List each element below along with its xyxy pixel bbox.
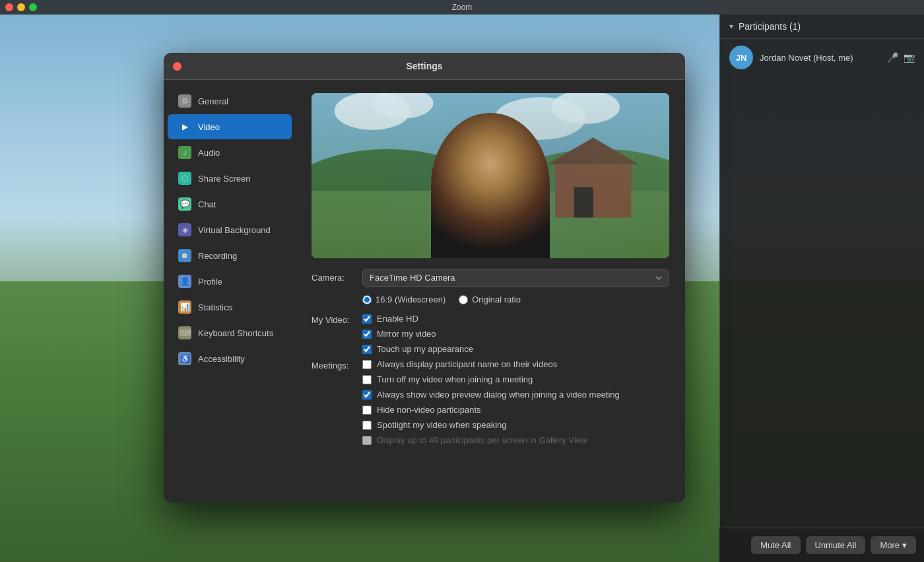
- ratio-row: 16:9 (Widescreen) Original ratio: [312, 295, 669, 304]
- settings-sidebar: ⚙ General ▶ Video ♪ Audio ⬡ Share Screen…: [164, 80, 296, 503]
- traffic-lights: [5, 3, 37, 11]
- video-preview-checkbox[interactable]: [362, 390, 372, 400]
- svg-rect-10: [574, 187, 593, 217]
- sidebar-item-general[interactable]: ⚙ General: [168, 88, 292, 114]
- sidebar-item-accessibility[interactable]: ♿ Accessibility: [168, 346, 292, 371]
- unmute-all-button[interactable]: Unmute All: [806, 536, 866, 554]
- sidebar-label-profile: Profile: [198, 277, 222, 287]
- spotlight-video-row[interactable]: Spotlight my video when speaking: [362, 420, 620, 430]
- turn-off-video-checkbox[interactable]: [362, 375, 372, 384]
- settings-close-button[interactable]: [173, 62, 182, 71]
- ratio-widescreen-label: 16:9 (Widescreen): [376, 295, 446, 304]
- sidebar-item-video[interactable]: ▶ Video: [168, 114, 292, 139]
- enable-hd-checkbox[interactable]: [362, 314, 372, 324]
- sidebar-item-audio[interactable]: ♪ Audio: [168, 140, 292, 165]
- sidebar-label-chat: Chat: [198, 199, 216, 209]
- audio-icon: ♪: [178, 146, 191, 159]
- avatar: JN: [729, 46, 753, 69]
- meetings-section: Meetings: Always display participant nam…: [312, 359, 669, 445]
- general-icon: ⚙: [178, 94, 191, 108]
- sidebar-item-virtual-background[interactable]: ◈ Virtual Background: [168, 217, 292, 242]
- video-preview-label: Always show video preview dialog when jo…: [377, 390, 620, 400]
- sidebar-label-recording: Recording: [198, 251, 237, 261]
- share-screen-icon: ⬡: [178, 172, 191, 185]
- ratio-original-radio[interactable]: [459, 295, 468, 304]
- sidebar-item-chat[interactable]: 💬 Chat: [168, 192, 292, 217]
- sidebar-label-accessibility: Accessibility: [198, 354, 245, 364]
- sidebar-label-video: Video: [198, 122, 220, 132]
- display-name-row[interactable]: Always display participant name on their…: [362, 359, 620, 369]
- bottom-toolbar: Mute All Unmute All More ▾: [719, 528, 924, 562]
- sidebar-label-general: General: [198, 96, 228, 106]
- person-silhouette: [431, 113, 550, 258]
- mirror-video-checkbox[interactable]: [362, 330, 372, 339]
- sidebar-label-share-screen: Share Screen: [198, 174, 251, 184]
- participants-title: Participants (1): [739, 21, 801, 32]
- spotlight-video-checkbox[interactable]: [362, 421, 372, 430]
- sidebar-label-audio: Audio: [198, 148, 220, 158]
- video-icon: 📷: [904, 52, 915, 63]
- keyboard-shortcuts-icon: ⌨: [178, 326, 191, 339]
- turn-off-video-label: Turn off my video when joining a meeting: [377, 374, 533, 384]
- hide-non-video-checkbox[interactable]: [362, 405, 372, 415]
- sidebar-label-virtual-background: Virtual Background: [198, 225, 271, 235]
- touch-up-checkbox[interactable]: [362, 345, 372, 354]
- sidebar-item-statistics[interactable]: 📊 Statistics: [168, 295, 292, 320]
- sidebar-item-recording[interactable]: ⏺ Recording: [168, 243, 292, 268]
- enable-hd-row[interactable]: Enable HD: [362, 314, 473, 324]
- maximize-traffic-light[interactable]: [29, 3, 37, 11]
- participants-panel: ▾ Participants (1) JN Jordan Novet (Host…: [719, 15, 924, 562]
- virtual-background-icon: ◈: [178, 223, 191, 236]
- participants-header: ▾ Participants (1): [720, 15, 924, 39]
- participant-name: Jordan Novet (Host, me): [760, 53, 880, 63]
- sidebar-item-profile[interactable]: 👤 Profile: [168, 269, 292, 294]
- sidebar-label-keyboard-shortcuts: Keyboard Shortcuts: [198, 328, 273, 338]
- mirror-video-row[interactable]: Mirror my video: [362, 329, 473, 339]
- sidebar-item-share-screen[interactable]: ⬡ Share Screen: [168, 166, 292, 191]
- display-name-checkbox[interactable]: [362, 360, 372, 369]
- participant-item: JN Jordan Novet (Host, me) 🎤 📷: [720, 39, 924, 76]
- chevron-down-icon: ▾: [902, 540, 907, 550]
- sidebar-item-keyboard-shortcuts[interactable]: ⌨ Keyboard Shortcuts: [168, 320, 292, 345]
- statistics-icon: 📊: [178, 300, 191, 314]
- recording-icon: ⏺: [178, 249, 191, 262]
- touch-up-row[interactable]: Touch up my appearance: [362, 344, 473, 354]
- meetings-label: Meetings:: [312, 359, 354, 370]
- accessibility-icon: ♿: [178, 352, 191, 365]
- minimize-traffic-light[interactable]: [17, 3, 25, 11]
- gallery-view-checkbox[interactable]: [362, 436, 372, 445]
- mic-icon: 🎤: [887, 52, 898, 63]
- enable-hd-label: Enable HD: [377, 314, 418, 324]
- meetings-checkboxes: Always display participant name on their…: [362, 359, 620, 445]
- gallery-view-label: Display up to 49 participants per screen…: [377, 435, 587, 445]
- ratio-original-label: Original ratio: [472, 295, 521, 304]
- spotlight-video-label: Spotlight my video when speaking: [377, 420, 507, 430]
- participant-icons: 🎤 📷: [887, 52, 915, 63]
- sidebar-label-statistics: Statistics: [198, 302, 232, 312]
- camera-select[interactable]: FaceTime HD Camera: [362, 269, 669, 287]
- my-video-checkboxes: Enable HD Mirror my video Touch up my ap…: [362, 314, 473, 354]
- more-button[interactable]: More ▾: [871, 536, 916, 554]
- settings-body: ⚙ General ▶ Video ♪ Audio ⬡ Share Screen…: [164, 80, 685, 503]
- my-video-section: My Video: Enable HD Mirror my video Touc…: [312, 314, 669, 354]
- settings-modal: Settings ⚙ General ▶ Video ♪ Audio ⬡ Sha…: [164, 53, 685, 503]
- app-title: Zoom: [452, 3, 473, 12]
- turn-off-video-row[interactable]: Turn off my video when joining a meeting: [362, 374, 620, 384]
- ratio-widescreen-option[interactable]: 16:9 (Widescreen): [362, 295, 446, 304]
- chevron-down-icon[interactable]: ▾: [729, 22, 733, 31]
- close-traffic-light[interactable]: [5, 3, 13, 11]
- settings-content: Camera: FaceTime HD Camera 16:9 (Widescr…: [296, 80, 685, 503]
- video-icon: ▶: [178, 120, 191, 133]
- hide-non-video-row[interactable]: Hide non-video participants: [362, 405, 620, 415]
- my-video-label: My Video:: [312, 314, 354, 325]
- gallery-view-row[interactable]: Display up to 49 participants per screen…: [362, 435, 620, 445]
- settings-titlebar: Settings: [164, 53, 685, 80]
- mute-all-button[interactable]: Mute All: [751, 536, 800, 554]
- display-name-label: Always display participant name on their…: [377, 359, 557, 369]
- ratio-widescreen-radio[interactable]: [362, 295, 372, 304]
- chat-icon: 💬: [178, 197, 191, 211]
- camera-label: Camera:: [312, 273, 354, 283]
- video-preview: [312, 93, 669, 258]
- video-preview-row[interactable]: Always show video preview dialog when jo…: [362, 390, 620, 400]
- ratio-original-option[interactable]: Original ratio: [459, 295, 521, 304]
